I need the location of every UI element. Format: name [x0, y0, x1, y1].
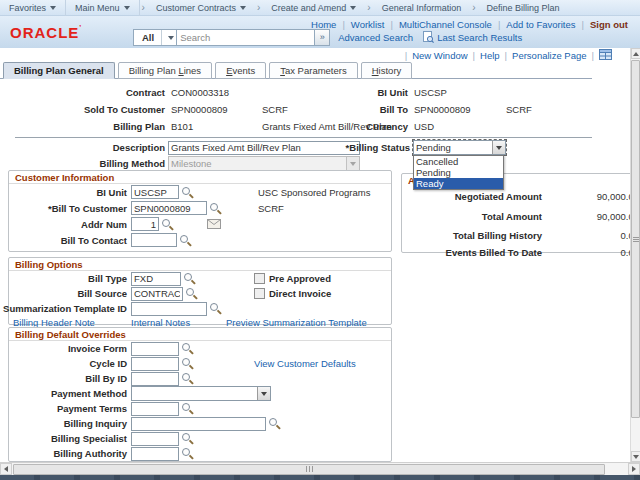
address-envelope-icon[interactable] — [207, 219, 221, 229]
scroll-down-button[interactable] — [631, 451, 640, 462]
breadcrumb-item-main-menu[interactable]: Main Menu — [66, 0, 140, 16]
payment-terms-input[interactable] — [131, 402, 179, 416]
bill-by-id-input[interactable] — [131, 372, 179, 386]
lookup-icon[interactable] — [180, 235, 191, 246]
scroll-left-button[interactable] — [0, 463, 12, 475]
vertical-scrollbar-thumb[interactable] — [631, 60, 640, 418]
negotiated-amount-value: 90,000.00 — [542, 191, 630, 202]
bill-source-input[interactable] — [131, 287, 183, 301]
total-billing-history-label: Total Billing History — [402, 230, 542, 241]
divider — [15, 137, 592, 138]
dropdown-option-cancelled[interactable]: Cancelled — [414, 156, 503, 167]
breadcrumb-item-create-and-amend[interactable]: Create and Amend — [262, 0, 365, 16]
dropdown-option-pending[interactable]: Pending — [414, 167, 503, 178]
scroll-right-button[interactable] — [628, 463, 640, 475]
invoice-form-field-row: Invoice Form — [9, 341, 391, 356]
lookup-icon[interactable] — [182, 373, 193, 384]
lookup-icon[interactable] — [182, 448, 193, 459]
sold-to-customer-row: Sold To Customer SPN0000809 SCRF — [8, 103, 288, 115]
billing-plan-row: Billing Plan B101 Grants Fixed Amt Bill/… — [8, 120, 392, 132]
vertical-scrollbar[interactable] — [630, 48, 640, 462]
lookup-icon[interactable] — [182, 433, 193, 444]
customer-information-title: Customer Information — [9, 171, 391, 184]
pre-approved-checkbox[interactable] — [254, 273, 265, 284]
personalize-page-link[interactable]: Personalize Page — [512, 50, 586, 61]
chevron-down-icon[interactable] — [161, 30, 176, 45]
direct-invoice-label: Direct Invoice — [269, 288, 331, 299]
tab-billing-plan-general[interactable]: Billing Plan General — [3, 62, 115, 79]
cycle-id-input[interactable] — [131, 357, 179, 371]
billing-inquiry-input[interactable] — [131, 417, 266, 431]
bill-by-id-label: Bill By ID — [9, 373, 131, 384]
sign-out-link[interactable]: Sign out — [590, 19, 628, 30]
lookup-icon[interactable] — [182, 187, 193, 198]
lookup-icon[interactable] — [269, 418, 280, 429]
chevron-down-icon[interactable] — [492, 141, 505, 154]
billing-status-row: *Billing Status Pending — [300, 140, 506, 155]
billing-status-select[interactable]: Pending — [413, 140, 506, 155]
divider — [505, 50, 507, 61]
tab-history[interactable]: History — [361, 62, 413, 79]
bill-type-field-row: Bill Type Pre Approved — [9, 271, 391, 286]
events-billed-to-date-label: Events Billed To Date — [402, 247, 542, 258]
billing-authority-field-row: Billing Authority — [9, 446, 391, 461]
breadcrumb-separator-icon — [255, 2, 262, 13]
lookup-icon[interactable] — [186, 288, 197, 299]
search-go-button[interactable]: » — [315, 29, 330, 46]
bill-to-customer-input[interactable] — [131, 201, 207, 215]
lookup-icon[interactable] — [182, 343, 193, 354]
direct-invoice-checkbox[interactable] — [254, 288, 265, 299]
new-window-link[interactable]: New Window — [412, 50, 467, 61]
divider — [473, 50, 475, 61]
view-customer-defaults-link[interactable]: View Customer Defaults — [254, 358, 356, 369]
payment-method-field-row: Payment Method — [9, 386, 391, 401]
billing-inquiry-field-row: Billing Inquiry — [9, 416, 391, 431]
help-link[interactable]: Help — [480, 50, 500, 61]
bill-to-contact-input[interactable] — [131, 233, 177, 247]
lookup-icon[interactable] — [182, 358, 193, 369]
customer-information-section: Customer Information BI Unit USC Sponsor… — [8, 170, 392, 252]
lookup-icon[interactable] — [210, 203, 221, 214]
breadcrumb-separator-icon — [365, 2, 372, 13]
breadcrumb-item-favorites[interactable]: Favorites — [0, 0, 66, 16]
search-input[interactable] — [177, 29, 315, 46]
dropdown-option-ready[interactable]: Ready — [414, 178, 503, 189]
bi-unit-field-row: BI Unit USC Sponsored Programs — [9, 184, 391, 200]
tab-tax-parameters[interactable]: Tax Parameters — [269, 62, 358, 79]
lookup-icon[interactable] — [184, 273, 195, 284]
personalize-grid-icon[interactable] — [599, 49, 612, 62]
scroll-up-button[interactable] — [631, 48, 640, 59]
chevron-down-icon[interactable] — [257, 387, 270, 400]
payment-method-select[interactable] — [131, 386, 271, 401]
billing-method-row: Billing Method Milestone — [8, 156, 360, 171]
lookup-icon[interactable] — [210, 303, 221, 314]
breadcrumb-item-customer-contracts[interactable]: Customer Contracts — [147, 0, 255, 16]
lookup-icon[interactable] — [182, 403, 193, 414]
breadcrumb-item-general-information[interactable]: General Information — [373, 0, 471, 16]
bill-to-contact-field-row: Bill To Contact — [9, 232, 391, 248]
addr-num-input[interactable] — [131, 217, 159, 231]
ci-bi-unit-input[interactable] — [131, 185, 179, 199]
invoice-form-input[interactable] — [131, 342, 179, 356]
sold-to-customer-name: SCRF — [262, 104, 288, 115]
horizontal-scrollbar[interactable] — [0, 462, 640, 475]
breadcrumb-separator-icon — [470, 2, 477, 13]
ci-bi-unit-label: BI Unit — [9, 187, 131, 198]
breadcrumb-item-define-billing-plan[interactable]: Define Billing Plan — [478, 0, 569, 16]
breadcrumb: Favorites Main Menu Customer Contracts C… — [0, 0, 640, 16]
bill-type-input[interactable] — [131, 272, 181, 286]
billing-specialist-input[interactable] — [131, 432, 179, 446]
summarization-template-input[interactable] — [131, 302, 207, 316]
search-scope-select[interactable]: All — [133, 29, 177, 46]
addr-num-label: Addr Num — [9, 219, 131, 230]
last-search-results-link[interactable]: Last Search Results — [437, 32, 522, 43]
horizontal-scrollbar-thumb[interactable] — [13, 464, 605, 475]
billing-authority-input[interactable] — [131, 447, 179, 461]
tab-billing-plan-lines[interactable]: Billing Plan Lines — [118, 62, 212, 79]
chevron-down-icon — [346, 157, 359, 170]
advanced-search-link[interactable]: Advanced Search — [338, 32, 413, 43]
divider — [592, 50, 594, 61]
addr-num-field-row: Addr Num — [9, 216, 391, 232]
lookup-icon[interactable] — [162, 219, 173, 230]
tab-events[interactable]: Events — [215, 62, 266, 79]
